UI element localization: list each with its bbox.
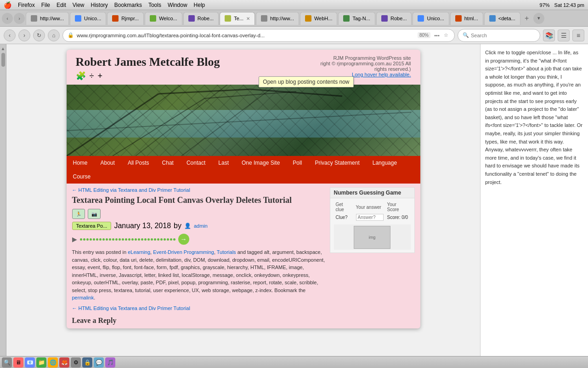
tab-1[interactable]: Unico...: [70, 12, 106, 25]
tag-tutorials[interactable]: Tutorials: [217, 249, 236, 255]
taskbar-6[interactable]: ⚙: [71, 357, 81, 368]
post-icon-camera[interactable]: 📷: [88, 209, 101, 219]
url-bar[interactable]: 🔒 www.rjmprogramming.com.au/ITblog/texta…: [62, 29, 455, 42]
taskbar-8[interactable]: 💬: [94, 357, 104, 368]
apple-menu[interactable]: 🍎: [4, 1, 11, 9]
nav-one-image-site[interactable]: One Image Site: [235, 156, 286, 170]
tab-5-active[interactable]: Te... ✕: [220, 12, 255, 25]
back-link-anchor-top[interactable]: ← HTML Editing via Textarea and Div Prim…: [72, 187, 190, 193]
tab-favicon-7: [305, 15, 311, 22]
back-button[interactable]: ‹: [4, 29, 16, 41]
tab-3[interactable]: Welco...: [145, 12, 182, 25]
dot: [86, 238, 89, 241]
post-date: January 13, 2018: [114, 222, 171, 230]
bookmarks-sidebar-btn[interactable]: 📚: [543, 29, 555, 41]
back-link-anchor-bottom[interactable]: ← HTML Editing via Textarea and Div Prim…: [72, 305, 190, 311]
dot: [173, 238, 175, 241]
menu-bookmarks[interactable]: Bookmarks: [114, 2, 142, 8]
blog-icon-3: +: [97, 71, 102, 81]
nav-home[interactable]: Home: [67, 156, 94, 170]
toggle-arrow[interactable]: ▶: [72, 236, 77, 243]
tab-label-0: http://ww...: [40, 16, 64, 21]
taskbar-9[interactable]: 🎵: [105, 357, 115, 368]
game-answer-input[interactable]: [356, 214, 384, 221]
post-icons-row: 🏃 📷: [72, 209, 325, 219]
permalink[interactable]: permalink: [72, 295, 94, 300]
tab-close-5[interactable]: ✕: [246, 16, 250, 21]
nav-about[interactable]: About: [94, 156, 121, 170]
tab-favicon-10: [418, 15, 424, 22]
post-category-badge[interactable]: Textarea Po...: [72, 222, 112, 230]
toggle-expand-btn[interactable]: →: [178, 234, 189, 245]
dot: [102, 238, 105, 241]
dot: [109, 238, 111, 241]
taskbar-2[interactable]: 📧: [25, 357, 35, 368]
reading-list-btn[interactable]: ☰: [558, 29, 570, 41]
tab-2[interactable]: Rjmpr...: [107, 12, 144, 25]
scroll-thumb[interactable]: [1, 53, 5, 67]
blog-hero-image: [67, 85, 420, 156]
tab-12[interactable]: <deta...: [484, 12, 520, 25]
tab-11[interactable]: html...: [450, 12, 483, 25]
menu-btn[interactable]: ≡: [572, 29, 584, 41]
nav-last[interactable]: Last: [212, 156, 235, 170]
post-author-link[interactable]: admin: [194, 223, 208, 229]
bookmark-icon[interactable]: ☆: [442, 32, 450, 39]
nav-privacy[interactable]: Privacy Statement: [308, 156, 366, 170]
nav-course[interactable]: Course: [67, 170, 97, 184]
menu-window[interactable]: Window: [168, 2, 187, 8]
tab-forward-btn[interactable]: ›: [14, 13, 25, 24]
game-answer-input-cell[interactable]: [354, 213, 385, 222]
taskbar-4[interactable]: 🌐: [48, 357, 58, 368]
long-hover-link[interactable]: Long hover help available.: [352, 72, 411, 77]
dot: [154, 238, 156, 241]
menu-firefox[interactable]: Firefox: [18, 2, 35, 8]
nav-poll[interactable]: Poll: [286, 156, 308, 170]
tab-back-btn[interactable]: ‹: [2, 13, 13, 24]
taskbar-7[interactable]: 🔒: [82, 357, 92, 368]
dot: [164, 238, 166, 241]
forward-button[interactable]: ›: [18, 29, 30, 41]
sidebar-widget-game: Numbers Guessing Game Get clue Your answ…: [330, 187, 415, 253]
menu-history[interactable]: History: [91, 2, 108, 8]
tab-label-12: <deta...: [498, 16, 515, 21]
tab-label-6: http://ww...: [270, 16, 294, 21]
home-button[interactable]: ⌂: [48, 29, 60, 41]
tab-0[interactable]: http://ww...: [26, 12, 69, 25]
tab-label-1: Unico...: [84, 16, 101, 21]
taskbar-1[interactable]: 🖥: [13, 357, 23, 368]
nav-language[interactable]: Language: [366, 156, 403, 170]
nav-all-posts[interactable]: All Posts: [121, 156, 156, 170]
tab-6[interactable]: http://ww...: [256, 12, 299, 25]
search-input[interactable]: [471, 33, 535, 38]
tag-event-driven[interactable]: Event-Driven Programming: [153, 249, 214, 255]
reload-button[interactable]: ↻: [33, 29, 45, 41]
nav-chat[interactable]: Chat: [156, 156, 180, 170]
more-options-icon[interactable]: •••: [433, 32, 441, 39]
scroll-up-arrow[interactable]: ▲: [1, 46, 6, 51]
taskbar-5[interactable]: 🦊: [59, 357, 69, 368]
blog-container: Robert James Metcalfe Blog 🧩 ÷ + RJM Pro…: [67, 50, 420, 328]
menu-edit[interactable]: Edit: [57, 2, 66, 8]
tag-elearning[interactable]: eLearning: [128, 249, 150, 255]
post-icon-share[interactable]: 🏃: [72, 209, 85, 219]
menu-tools[interactable]: Tools: [148, 2, 161, 8]
blog-sidebar: Numbers Guessing Game Get clue Your answ…: [330, 187, 415, 325]
new-tab-button[interactable]: +: [521, 13, 532, 24]
tab-7[interactable]: WebH...: [300, 12, 338, 25]
taskbar-finder[interactable]: 🔍: [2, 357, 12, 368]
tab-list-btn[interactable]: ▾: [533, 13, 544, 24]
tab-4[interactable]: Robe...: [183, 12, 219, 25]
dot: [170, 238, 172, 241]
nav-contact[interactable]: Contact: [180, 156, 212, 170]
right-panel: Click me to toggle open/close ... In lif…: [480, 44, 588, 368]
tab-9[interactable]: Robe...: [376, 12, 412, 25]
menu-help[interactable]: Help: [194, 2, 205, 8]
tab-8[interactable]: Tag-N...: [338, 12, 375, 25]
tab-10[interactable]: Unico...: [413, 12, 449, 25]
menu-view[interactable]: View: [73, 2, 85, 8]
search-bar[interactable]: 🔍: [458, 29, 540, 42]
menu-file[interactable]: File: [41, 2, 50, 8]
taskbar-3[interactable]: 📁: [36, 357, 46, 368]
url-icons: ••• ☆: [433, 32, 450, 39]
